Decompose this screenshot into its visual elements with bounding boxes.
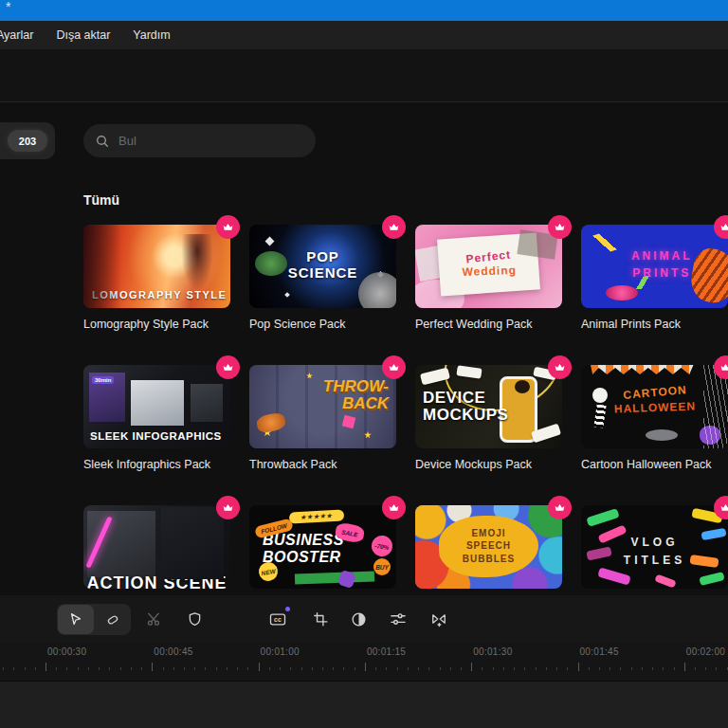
crown-icon (719, 501, 728, 514)
select-cursor-icon (67, 611, 84, 628)
crown-icon (388, 361, 400, 373)
captions-cc-icon: cc (268, 610, 287, 629)
ruler-tick (631, 667, 632, 670)
template-card[interactable]: ANIMAL PRINTS Animal Prints Pack (581, 225, 728, 332)
ruler-timestamp: 00:01:15 (367, 646, 406, 657)
ruler-tick (46, 663, 46, 671)
thumbnail-title: BUBBLES (463, 553, 515, 566)
template-card[interactable]: VLOG TITLES (581, 505, 728, 595)
template-card[interactable]: LOMOGRAPHY STYLE Lomography Style Pack (83, 225, 230, 332)
template-caption: Throwback Pack (249, 458, 396, 472)
slip-tool-icon (104, 611, 121, 628)
thumbnail-title: SPEECH (466, 539, 511, 553)
ruler-tick (56, 667, 57, 670)
template-card[interactable]: POP SCIENCE Pop Science Pack (249, 225, 396, 332)
select-cursor-button[interactable] (58, 605, 94, 634)
template-thumbnail[interactable]: ANIMAL PRINTS (581, 225, 728, 308)
sticker-stars: ★★★★★ (289, 509, 345, 523)
sticker-buy: BUY (373, 558, 391, 575)
ruler-tick (418, 667, 419, 670)
template-thumbnail[interactable]: 30min SLEEK INFOGRAPHICS (83, 365, 230, 448)
svg-text:cc: cc (274, 616, 282, 624)
ruler-timestamp: 00:02:00 (686, 646, 725, 657)
template-thumbnail[interactable]: BUSINESS BOOSTER ★★★★★ FOLLOW SALE -70% … (249, 505, 396, 589)
thumbnail-title: SCIENCE (288, 264, 358, 281)
ruler-tick (312, 667, 313, 670)
templates-grid: LOMOGRAPHY STYLE Lomography Style Pack P… (83, 225, 728, 595)
ruler-tick (482, 667, 482, 670)
template-thumbnail[interactable]: LOMOGRAPHY STYLE (83, 225, 230, 308)
mask-button[interactable] (185, 610, 204, 628)
thumbnail-title: BACK (342, 394, 389, 412)
template-card[interactable]: Perfect Wedding Perfect Wedding Pack (415, 225, 562, 332)
timeline-track-area[interactable] (0, 681, 728, 728)
ruler-tick (259, 663, 260, 671)
premium-crown-badge (548, 355, 572, 379)
search-input[interactable]: Bul (83, 124, 316, 157)
ruler-tick (716, 667, 717, 670)
ruler-timestamp: 00:01:00 (261, 646, 300, 657)
crop-button[interactable] (311, 610, 330, 628)
ruler-tick (397, 667, 398, 670)
ruler-tick (205, 667, 206, 670)
template-thumbnail[interactable]: VLOG TITLES (581, 505, 728, 589)
template-card[interactable]: 30min SLEEK INFOGRAPHICS Sleek Infograph… (83, 365, 230, 472)
ruler-timestamp: 00:00:30 (47, 646, 86, 657)
wedding-paper-collage: Perfect Wedding (437, 233, 540, 297)
template-card[interactable]: EMOJI SPEECH BUBBLES (415, 505, 562, 595)
ruler-tick (493, 667, 494, 670)
timeline-ruler[interactable]: 00:00:3000:00:4500:01:0000:01:1500:01:30… (0, 643, 728, 681)
ruler-timestamp: 00:01:45 (580, 646, 619, 657)
duration-chip: 30min (92, 376, 114, 384)
template-caption: Pop Science Pack (249, 318, 396, 332)
template-card[interactable]: ACTION SCENE (83, 505, 230, 595)
captions-button[interactable]: cc (268, 610, 287, 628)
template-caption: Sleek Infographics Pack (83, 458, 230, 472)
adjust-sliders-icon (389, 610, 408, 628)
thumbnail-title: VLOG (630, 536, 678, 549)
ruler-tick (322, 667, 323, 670)
templates-tab[interactable]: 203 (0, 122, 55, 159)
template-card[interactable]: BUSINESS BOOSTER ★★★★★ FOLLOW SALE -70% … (249, 505, 396, 595)
thumbnail-title: HALLOWEEN (613, 399, 696, 415)
split-button[interactable] (145, 610, 164, 628)
menu-item-export[interactable]: Dışa aktar (45, 28, 121, 42)
crown-icon (222, 361, 234, 373)
ruler-tick (652, 667, 653, 670)
crown-icon (719, 221, 728, 233)
crown-icon (554, 361, 566, 373)
template-thumbnail[interactable]: EMOJI SPEECH BUBBLES (415, 505, 562, 589)
adjust-button[interactable] (389, 610, 408, 628)
ruler-tick (247, 667, 248, 670)
crown-icon (222, 501, 234, 514)
template-thumbnail[interactable]: DEVICE MOCKUPS (415, 365, 562, 448)
ruler-tick (705, 667, 706, 670)
thumbnail-title: POP (306, 248, 339, 264)
premium-crown-badge (382, 496, 406, 519)
menu-item-settings[interactable]: Ayarlar (0, 28, 45, 42)
template-thumbnail[interactable]: POP SCIENCE (249, 225, 396, 308)
crown-icon (554, 501, 566, 514)
template-card[interactable]: CARTOON HALLOWEEN Cartoon Halloween Pack (581, 365, 728, 472)
crown-icon (388, 501, 400, 514)
menu-item-help[interactable]: Yardım (121, 28, 181, 42)
contrast-button[interactable] (349, 610, 368, 628)
template-card[interactable]: DEVICE MOCKUPS Device Mockups Pack (415, 365, 562, 472)
mirror-flip-icon (429, 610, 448, 628)
ruler-ticks (0, 663, 728, 674)
template-thumbnail[interactable]: Perfect Wedding (415, 225, 562, 308)
template-thumbnail[interactable]: CARTOON HALLOWEEN (581, 365, 728, 448)
thumbnail-title: LOMOGRAPHY STYLE (92, 289, 227, 300)
template-caption: Device Mockups Pack (415, 458, 562, 472)
slip-tool-button[interactable] (95, 604, 131, 635)
crown-icon (719, 361, 728, 373)
mirror-button[interactable] (429, 610, 448, 628)
template-card[interactable]: THROW- BACK Throwback Pack (249, 365, 396, 472)
ruler-tick (35, 667, 36, 670)
shield-mask-icon (186, 610, 204, 628)
section-title: Tümü (83, 192, 119, 208)
template-thumbnail[interactable]: ACTION SCENE (83, 505, 230, 589)
ruler-tick (578, 663, 579, 671)
template-thumbnail[interactable]: THROW- BACK (249, 365, 396, 448)
ruler-tick (88, 667, 89, 670)
